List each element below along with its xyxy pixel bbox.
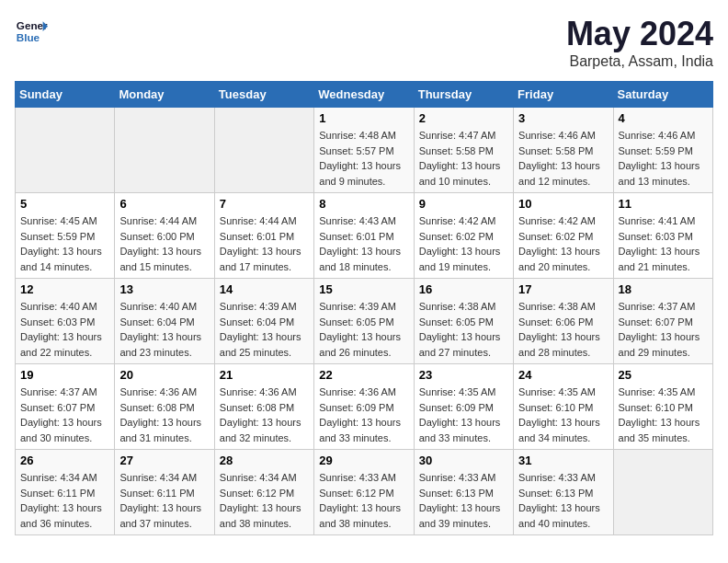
calendar-cell: 8Sunrise: 4:43 AMSunset: 6:01 PMDaylight… bbox=[314, 193, 414, 279]
logo-icon: General Blue bbox=[15, 15, 48, 48]
weekday-header-saturday: Saturday bbox=[613, 82, 712, 108]
day-number: 6 bbox=[119, 197, 209, 211]
calendar-cell: 16Sunrise: 4:38 AMSunset: 6:05 PMDayligh… bbox=[414, 279, 513, 364]
calendar-cell: 30Sunrise: 4:33 AMSunset: 6:13 PMDayligh… bbox=[414, 450, 513, 535]
day-info: Sunrise: 4:46 AMSunset: 5:58 PMDaylight:… bbox=[518, 128, 608, 189]
day-info: Sunrise: 4:34 AMSunset: 6:12 PMDaylight:… bbox=[220, 470, 309, 531]
day-number: 9 bbox=[419, 197, 508, 211]
day-info: Sunrise: 4:36 AMSunset: 6:08 PMDaylight:… bbox=[119, 385, 209, 445]
weekday-header-monday: Monday bbox=[115, 82, 214, 108]
day-info: Sunrise: 4:40 AMSunset: 6:04 PMDaylight:… bbox=[119, 299, 209, 360]
day-number: 7 bbox=[220, 197, 309, 211]
day-info: Sunrise: 4:41 AMSunset: 6:03 PMDaylight:… bbox=[619, 213, 708, 274]
day-number: 1 bbox=[319, 111, 408, 125]
calendar-cell bbox=[115, 108, 214, 193]
calendar-cell: 6Sunrise: 4:44 AMSunset: 6:00 PMDaylight… bbox=[115, 193, 214, 279]
month-title: May 2024 bbox=[566, 15, 713, 53]
day-info: Sunrise: 4:33 AMSunset: 6:12 PMDaylight:… bbox=[319, 470, 408, 531]
day-info: Sunrise: 4:36 AMSunset: 6:09 PMDaylight:… bbox=[319, 385, 408, 445]
day-number: 2 bbox=[419, 111, 508, 125]
day-number: 26 bbox=[20, 454, 109, 467]
calendar-cell: 7Sunrise: 4:44 AMSunset: 6:01 PMDaylight… bbox=[214, 193, 313, 279]
calendar-cell: 29Sunrise: 4:33 AMSunset: 6:12 PMDayligh… bbox=[314, 450, 414, 535]
day-number: 20 bbox=[119, 368, 209, 382]
calendar-cell: 1Sunrise: 4:48 AMSunset: 5:57 PMDaylight… bbox=[314, 108, 414, 193]
day-number: 11 bbox=[619, 197, 708, 211]
calendar-cell: 9Sunrise: 4:42 AMSunset: 6:02 PMDaylight… bbox=[414, 193, 513, 279]
day-number: 31 bbox=[518, 454, 608, 467]
day-info: Sunrise: 4:34 AMSunset: 6:11 PMDaylight:… bbox=[119, 470, 209, 531]
day-number: 21 bbox=[220, 368, 309, 382]
calendar-cell: 13Sunrise: 4:40 AMSunset: 6:04 PMDayligh… bbox=[115, 279, 214, 364]
day-number: 15 bbox=[319, 282, 408, 296]
day-number: 18 bbox=[619, 282, 708, 296]
day-info: Sunrise: 4:33 AMSunset: 6:13 PMDaylight:… bbox=[419, 470, 508, 531]
day-info: Sunrise: 4:39 AMSunset: 6:04 PMDaylight:… bbox=[220, 299, 309, 360]
day-number: 13 bbox=[119, 282, 209, 296]
weekday-header-thursday: Thursday bbox=[414, 82, 513, 108]
day-info: Sunrise: 4:43 AMSunset: 6:01 PMDaylight:… bbox=[319, 213, 408, 274]
calendar-cell: 22Sunrise: 4:36 AMSunset: 6:09 PMDayligh… bbox=[314, 364, 414, 450]
weekday-header-wednesday: Wednesday bbox=[314, 82, 414, 108]
day-number: 25 bbox=[619, 368, 708, 382]
calendar-cell: 2Sunrise: 4:47 AMSunset: 5:58 PMDaylight… bbox=[414, 108, 513, 193]
day-number: 29 bbox=[319, 454, 408, 467]
day-info: Sunrise: 4:45 AMSunset: 5:59 PMDaylight:… bbox=[20, 213, 109, 274]
calendar-cell bbox=[16, 108, 115, 193]
calendar-cell: 19Sunrise: 4:37 AMSunset: 6:07 PMDayligh… bbox=[16, 364, 115, 450]
calendar-cell: 14Sunrise: 4:39 AMSunset: 6:04 PMDayligh… bbox=[214, 279, 313, 364]
day-number: 4 bbox=[619, 111, 708, 125]
day-number: 5 bbox=[20, 197, 109, 211]
day-number: 27 bbox=[119, 454, 209, 467]
day-info: Sunrise: 4:42 AMSunset: 6:02 PMDaylight:… bbox=[518, 213, 608, 274]
day-number: 3 bbox=[518, 111, 608, 125]
day-info: Sunrise: 4:48 AMSunset: 5:57 PMDaylight:… bbox=[319, 128, 408, 189]
day-info: Sunrise: 4:37 AMSunset: 6:07 PMDaylight:… bbox=[619, 299, 708, 360]
day-info: Sunrise: 4:42 AMSunset: 6:02 PMDaylight:… bbox=[419, 213, 508, 274]
calendar-cell: 24Sunrise: 4:35 AMSunset: 6:10 PMDayligh… bbox=[514, 364, 613, 450]
day-number: 8 bbox=[319, 197, 408, 211]
day-info: Sunrise: 4:35 AMSunset: 6:09 PMDaylight:… bbox=[419, 385, 508, 445]
day-info: Sunrise: 4:47 AMSunset: 5:58 PMDaylight:… bbox=[419, 128, 508, 189]
calendar-cell: 5Sunrise: 4:45 AMSunset: 5:59 PMDaylight… bbox=[16, 193, 115, 279]
calendar-cell: 27Sunrise: 4:34 AMSunset: 6:11 PMDayligh… bbox=[115, 450, 214, 535]
weekday-header-sunday: Sunday bbox=[16, 82, 115, 108]
day-info: Sunrise: 4:39 AMSunset: 6:05 PMDaylight:… bbox=[319, 299, 408, 360]
day-info: Sunrise: 4:35 AMSunset: 6:10 PMDaylight:… bbox=[619, 385, 708, 445]
calendar-cell: 23Sunrise: 4:35 AMSunset: 6:09 PMDayligh… bbox=[414, 364, 513, 450]
day-info: Sunrise: 4:34 AMSunset: 6:11 PMDaylight:… bbox=[20, 470, 109, 531]
calendar-cell: 31Sunrise: 4:33 AMSunset: 6:13 PMDayligh… bbox=[514, 450, 613, 535]
day-number: 14 bbox=[220, 282, 309, 296]
weekday-header-tuesday: Tuesday bbox=[214, 82, 313, 108]
day-info: Sunrise: 4:40 AMSunset: 6:03 PMDaylight:… bbox=[20, 299, 109, 360]
day-number: 30 bbox=[419, 454, 508, 467]
day-number: 22 bbox=[319, 368, 408, 382]
day-info: Sunrise: 4:44 AMSunset: 6:00 PMDaylight:… bbox=[119, 213, 209, 274]
svg-text:Blue: Blue bbox=[17, 31, 40, 43]
day-info: Sunrise: 4:33 AMSunset: 6:13 PMDaylight:… bbox=[518, 470, 608, 531]
calendar-table: SundayMondayTuesdayWednesdayThursdayFrid… bbox=[15, 81, 713, 535]
calendar-cell: 4Sunrise: 4:46 AMSunset: 5:59 PMDaylight… bbox=[613, 108, 712, 193]
day-info: Sunrise: 4:36 AMSunset: 6:08 PMDaylight:… bbox=[220, 385, 309, 445]
day-number: 12 bbox=[20, 282, 109, 296]
calendar-cell: 20Sunrise: 4:36 AMSunset: 6:08 PMDayligh… bbox=[115, 364, 214, 450]
calendar-cell: 18Sunrise: 4:37 AMSunset: 6:07 PMDayligh… bbox=[613, 279, 712, 364]
day-number: 16 bbox=[419, 282, 508, 296]
day-info: Sunrise: 4:38 AMSunset: 6:05 PMDaylight:… bbox=[419, 299, 508, 360]
day-info: Sunrise: 4:37 AMSunset: 6:07 PMDaylight:… bbox=[20, 385, 109, 445]
logo: General Blue bbox=[15, 15, 48, 48]
calendar-cell: 12Sunrise: 4:40 AMSunset: 6:03 PMDayligh… bbox=[16, 279, 115, 364]
day-info: Sunrise: 4:38 AMSunset: 6:06 PMDaylight:… bbox=[518, 299, 608, 360]
header: General Blue May 2024 Barpeta, Assam, In… bbox=[15, 15, 713, 70]
calendar-cell: 17Sunrise: 4:38 AMSunset: 6:06 PMDayligh… bbox=[514, 279, 613, 364]
day-number: 28 bbox=[220, 454, 309, 467]
day-number: 17 bbox=[518, 282, 608, 296]
weekday-header-friday: Friday bbox=[514, 82, 613, 108]
day-number: 10 bbox=[518, 197, 608, 211]
calendar-cell: 21Sunrise: 4:36 AMSunset: 6:08 PMDayligh… bbox=[214, 364, 313, 450]
calendar-cell: 15Sunrise: 4:39 AMSunset: 6:05 PMDayligh… bbox=[314, 279, 414, 364]
day-info: Sunrise: 4:44 AMSunset: 6:01 PMDaylight:… bbox=[220, 213, 309, 274]
calendar-cell: 3Sunrise: 4:46 AMSunset: 5:58 PMDaylight… bbox=[514, 108, 613, 193]
calendar-cell bbox=[613, 450, 712, 535]
calendar-cell bbox=[214, 108, 313, 193]
